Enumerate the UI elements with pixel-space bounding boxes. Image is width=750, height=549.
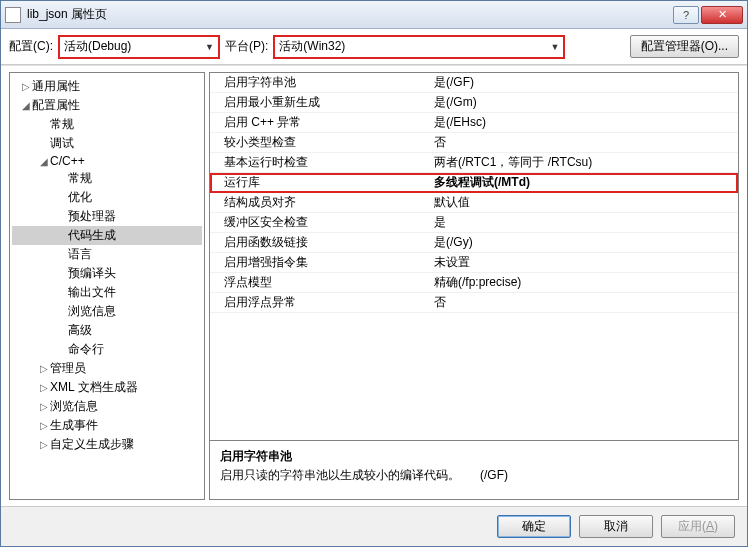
tree-item-label: 自定义生成步骤	[50, 436, 134, 453]
property-row[interactable]: 启用字符串池是(/GF)	[210, 73, 738, 93]
tree-item-label: 常规	[68, 170, 92, 187]
tree-item[interactable]: 常规	[12, 169, 202, 188]
property-value: 未设置	[430, 254, 738, 271]
property-name: 启用浮点异常	[210, 294, 430, 311]
tree-item[interactable]: 命令行	[12, 340, 202, 359]
tree-item-label: 调试	[50, 135, 74, 152]
tree-toggle-icon: ▷	[38, 420, 50, 431]
tree-item[interactable]: ▷浏览信息	[12, 397, 202, 416]
description-flag: (/GF)	[480, 468, 508, 482]
description-box: 启用字符串池 启用只读的字符串池以生成较小的编译代码。 (/GF)	[209, 441, 739, 500]
tree-item[interactable]: ◢C/C++	[12, 153, 202, 169]
property-value: 两者(/RTC1，等同于 /RTCsu)	[430, 154, 738, 171]
dialog-footer: 确定 取消 应用(A)	[1, 506, 747, 546]
platform-combo[interactable]: 活动(Win32) ▼	[274, 36, 564, 58]
tree-item-label: 浏览信息	[68, 303, 116, 320]
tree-item-label: 通用属性	[32, 78, 80, 95]
help-button[interactable]: ?	[673, 6, 699, 24]
property-name: 启用最小重新生成	[210, 94, 430, 111]
tree-toggle-icon: ▷	[38, 363, 50, 374]
tree-item[interactable]: 优化	[12, 188, 202, 207]
tree-item-label: 代码生成	[68, 227, 116, 244]
property-name: 较小类型检查	[210, 134, 430, 151]
tree-item-label: 浏览信息	[50, 398, 98, 415]
category-tree[interactable]: ▷通用属性◢配置属性常规调试◢C/C++常规优化预处理器代码生成语言预编译头输出…	[9, 72, 205, 500]
ok-button[interactable]: 确定	[497, 515, 571, 538]
property-value: 否	[430, 294, 738, 311]
config-label: 配置(C):	[9, 38, 53, 55]
tree-item[interactable]: ▷XML 文档生成器	[12, 378, 202, 397]
property-row[interactable]: 运行库多线程调试(/MTd)	[210, 173, 738, 193]
property-value: 是(/Gm)	[430, 94, 738, 111]
tree-item[interactable]: 语言	[12, 245, 202, 264]
property-row[interactable]: 缓冲区安全检查是	[210, 213, 738, 233]
titlebar: lib_json 属性页 ? ✕	[1, 1, 747, 29]
property-value: 否	[430, 134, 738, 151]
property-row[interactable]: 启用 C++ 异常是(/EHsc)	[210, 113, 738, 133]
tree-item-label: 生成事件	[50, 417, 98, 434]
apply-button[interactable]: 应用(A)	[661, 515, 735, 538]
property-row[interactable]: 结构成员对齐默认值	[210, 193, 738, 213]
tree-toggle-icon: ▷	[38, 401, 50, 412]
platform-label: 平台(P):	[225, 38, 268, 55]
property-name: 启用增强指令集	[210, 254, 430, 271]
tree-item-label: 常规	[50, 116, 74, 133]
tree-item[interactable]: ▷管理员	[12, 359, 202, 378]
tree-item-label: 高级	[68, 322, 92, 339]
config-manager-button[interactable]: 配置管理器(O)...	[630, 35, 739, 58]
property-value: 多线程调试(/MTd)	[430, 174, 738, 191]
tree-item[interactable]: ▷通用属性	[12, 77, 202, 96]
config-combo-value: 活动(Debug)	[64, 38, 205, 55]
tree-item-label: 命令行	[68, 341, 104, 358]
app-icon	[5, 7, 21, 23]
property-value: 默认值	[430, 194, 738, 211]
tree-item[interactable]: ▷生成事件	[12, 416, 202, 435]
property-row[interactable]: 启用增强指令集未设置	[210, 253, 738, 273]
property-value: 是	[430, 214, 738, 231]
tree-item[interactable]: ◢配置属性	[12, 96, 202, 115]
chevron-down-icon: ▼	[205, 42, 214, 52]
window-title: lib_json 属性页	[27, 6, 673, 23]
toolbar: 配置(C): 活动(Debug) ▼ 平台(P): 活动(Win32) ▼ 配置…	[1, 29, 747, 65]
property-value: 精确(/fp:precise)	[430, 274, 738, 291]
property-name: 浮点模型	[210, 274, 430, 291]
tree-item-label: 优化	[68, 189, 92, 206]
tree-item-label: 预处理器	[68, 208, 116, 225]
tree-item[interactable]: ▷自定义生成步骤	[12, 435, 202, 454]
tree-toggle-icon: ▷	[38, 382, 50, 393]
property-value: 是(/GF)	[430, 74, 738, 91]
property-name: 缓冲区安全检查	[210, 214, 430, 231]
tree-item[interactable]: 输出文件	[12, 283, 202, 302]
tree-item[interactable]: 高级	[12, 321, 202, 340]
property-name: 基本运行时检查	[210, 154, 430, 171]
tree-item-label: C/C++	[50, 154, 85, 168]
config-combo[interactable]: 活动(Debug) ▼	[59, 36, 219, 58]
property-row[interactable]: 启用浮点异常否	[210, 293, 738, 313]
property-value: 是(/Gy)	[430, 234, 738, 251]
property-name: 启用字符串池	[210, 74, 430, 91]
tree-item-label: 配置属性	[32, 97, 80, 114]
property-row[interactable]: 启用最小重新生成是(/Gm)	[210, 93, 738, 113]
chevron-down-icon: ▼	[550, 42, 559, 52]
tree-item[interactable]: 常规	[12, 115, 202, 134]
tree-item[interactable]: 浏览信息	[12, 302, 202, 321]
property-name: 启用 C++ 异常	[210, 114, 430, 131]
close-button[interactable]: ✕	[701, 6, 743, 24]
cancel-button[interactable]: 取消	[579, 515, 653, 538]
property-row[interactable]: 浮点模型精确(/fp:precise)	[210, 273, 738, 293]
property-row[interactable]: 启用函数级链接是(/Gy)	[210, 233, 738, 253]
property-name: 启用函数级链接	[210, 234, 430, 251]
tree-item-label: 输出文件	[68, 284, 116, 301]
description-text: 启用只读的字符串池以生成较小的编译代码。	[220, 468, 460, 482]
tree-item-label: 语言	[68, 246, 92, 263]
property-row[interactable]: 较小类型检查否	[210, 133, 738, 153]
tree-item[interactable]: 预处理器	[12, 207, 202, 226]
property-grid[interactable]: 启用字符串池是(/GF)启用最小重新生成是(/Gm)启用 C++ 异常是(/EH…	[209, 72, 739, 441]
property-row[interactable]: 基本运行时检查两者(/RTC1，等同于 /RTCsu)	[210, 153, 738, 173]
tree-item[interactable]: 调试	[12, 134, 202, 153]
tree-item-label: 预编译头	[68, 265, 116, 282]
tree-item[interactable]: 预编译头	[12, 264, 202, 283]
tree-item[interactable]: 代码生成	[12, 226, 202, 245]
property-name: 运行库	[210, 174, 430, 191]
property-name: 结构成员对齐	[210, 194, 430, 211]
